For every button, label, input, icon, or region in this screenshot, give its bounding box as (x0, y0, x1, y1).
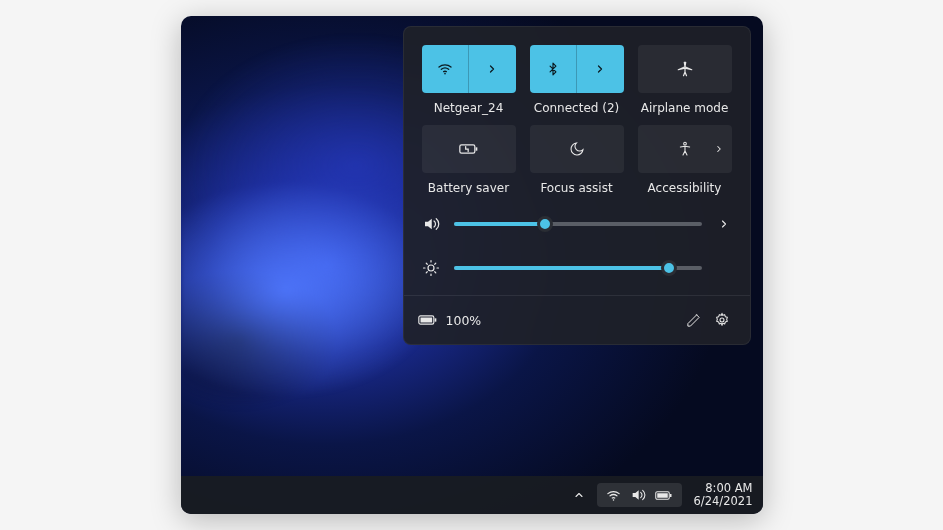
taskbar: 8:00 AM 6/24/2021 (181, 476, 763, 514)
tile-battery-saver-label: Battery saver (428, 181, 509, 195)
tile-focus-assist[interactable] (530, 125, 624, 173)
battery-icon (655, 490, 673, 501)
tile-airplane-label: Airplane mode (641, 101, 729, 115)
tile-bluetooth-expand[interactable] (576, 45, 624, 93)
system-tray[interactable] (597, 483, 682, 507)
svg-point-3 (683, 142, 686, 145)
tile-bluetooth-label: Connected (2) (534, 101, 619, 115)
svg-point-4 (428, 265, 434, 271)
quick-settings-panel: Netgear_24 Connected (2) (403, 26, 751, 345)
sliders-section (404, 205, 750, 295)
tile-focus-assist-label: Focus assist (540, 181, 612, 195)
tile-bluetooth-wrap: Connected (2) (530, 45, 624, 115)
svg-rect-12 (670, 494, 672, 497)
desktop: Netgear_24 Connected (2) (181, 16, 763, 514)
svg-point-0 (444, 73, 446, 75)
quick-tiles-grid: Netgear_24 Connected (2) (404, 27, 750, 205)
speaker-icon[interactable] (422, 215, 440, 233)
svg-rect-7 (434, 318, 436, 321)
tile-wifi[interactable] (422, 45, 516, 93)
clock-date: 6/24/2021 (694, 495, 753, 508)
brightness-slider-thumb[interactable] (661, 260, 677, 276)
tile-wifi-wrap: Netgear_24 (422, 45, 516, 115)
tile-bluetooth-toggle[interactable] (530, 45, 577, 93)
tile-accessibility-label: Accessibility (648, 181, 722, 195)
tile-battery-saver[interactable] (422, 125, 516, 173)
tile-wifi-expand[interactable] (468, 45, 516, 93)
chevron-right-icon (718, 218, 730, 230)
brightness-slider[interactable] (454, 266, 702, 270)
panel-footer: 100% (404, 295, 750, 344)
volume-slider[interactable] (454, 222, 702, 226)
sun-icon (422, 259, 440, 277)
tile-airplane[interactable] (638, 45, 732, 93)
moon-icon (569, 141, 585, 157)
chevron-right-icon (594, 63, 606, 75)
tile-accessibility-wrap: Accessibility (638, 125, 732, 195)
tile-airplane-wrap: Airplane mode (638, 45, 732, 115)
taskbar-clock[interactable]: 8:00 AM 6/24/2021 (688, 482, 753, 508)
svg-point-9 (612, 499, 614, 501)
brightness-slider-fill (454, 266, 670, 270)
airplane-icon (676, 60, 694, 78)
battery-saver-icon (459, 142, 479, 156)
battery-percent: 100% (446, 313, 482, 328)
tile-battery-saver-wrap: Battery saver (422, 125, 516, 195)
volume-row (422, 215, 732, 233)
tile-accessibility[interactable] (638, 125, 732, 173)
edit-button[interactable] (680, 306, 708, 334)
svg-rect-6 (420, 318, 432, 323)
brightness-row (422, 259, 732, 277)
svg-point-8 (720, 318, 724, 322)
svg-rect-2 (475, 147, 477, 150)
tray-overflow-button[interactable] (567, 483, 591, 507)
battery-icon (418, 314, 438, 326)
tile-wifi-toggle[interactable] (422, 45, 469, 93)
accessibility-icon (677, 141, 693, 157)
chevron-right-icon (486, 63, 498, 75)
speaker-icon (630, 487, 646, 503)
gear-icon (714, 312, 730, 328)
wifi-icon (606, 488, 621, 503)
volume-slider-fill (454, 222, 546, 226)
volume-slider-thumb[interactable] (537, 216, 553, 232)
chevron-up-icon (573, 489, 585, 501)
tile-bluetooth[interactable] (530, 45, 624, 93)
wifi-icon (437, 61, 453, 77)
tile-focus-assist-wrap: Focus assist (530, 125, 624, 195)
pencil-icon (686, 313, 701, 328)
bluetooth-icon (546, 61, 560, 77)
settings-button[interactable] (708, 306, 736, 334)
volume-expand[interactable] (716, 218, 732, 230)
tile-wifi-label: Netgear_24 (434, 101, 504, 115)
chevron-right-icon (714, 144, 724, 154)
svg-rect-11 (657, 493, 668, 498)
